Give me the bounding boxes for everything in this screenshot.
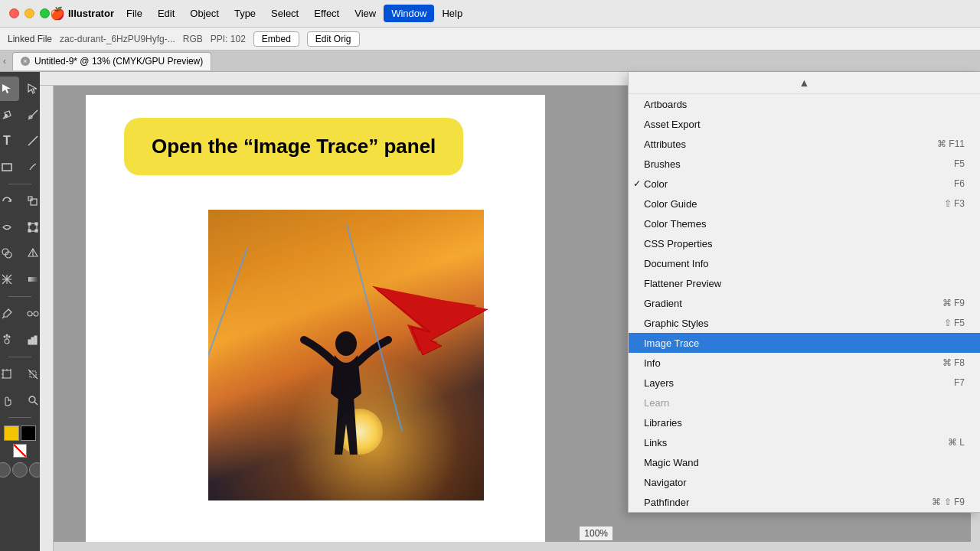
svg-rect-30 <box>3 370 11 378</box>
swatch-mode-row <box>13 444 27 458</box>
stroke-color-swatch[interactable] <box>21 425 36 441</box>
tool-separator-4 <box>8 417 31 418</box>
menu-item-label: Attributes <box>644 139 686 150</box>
svg-line-2 <box>28 136 38 145</box>
menu-file[interactable]: File <box>119 5 150 22</box>
menu-item-libraries[interactable]: Libraries <box>629 412 980 432</box>
check-icon: ✓ <box>633 178 641 189</box>
menu-view[interactable]: View <box>347 5 384 22</box>
close-button[interactable] <box>9 8 19 18</box>
menu-item-color-themes[interactable]: Color Themes <box>629 214 980 233</box>
menu-item-label: Flattener Preview <box>644 278 721 289</box>
menu-item-artboards[interactable]: Artboards <box>629 94 980 114</box>
menu-item-label: Artboards <box>644 99 687 110</box>
menu-item-color-guide[interactable]: Color Guide ⇧ F3 <box>629 194 980 214</box>
fullscreen-button[interactable] <box>40 8 50 18</box>
scroll-up-icon: ▲ <box>799 77 810 89</box>
menu-item-document-info[interactable]: Document Info <box>629 253 980 273</box>
menu-item-css-properties[interactable]: CSS Properties <box>629 233 980 253</box>
tool-separator-2 <box>8 296 31 297</box>
menu-item-label: Learn <box>644 397 669 409</box>
menu-item-label: Document Info <box>644 258 709 269</box>
color-swatch-row <box>4 425 36 441</box>
normal-view-icon[interactable] <box>0 462 11 478</box>
svg-rect-28 <box>31 337 34 344</box>
menu-item-shortcut: F5 <box>954 158 965 169</box>
document-tab[interactable]: × Untitled-9* @ 13% (CMYK/GPU Preview) <box>12 52 211 70</box>
menu-edit[interactable]: Edit <box>150 5 182 22</box>
window-menu-list: Artboards Asset Export Attributes ⌘ F11 … <box>629 94 980 512</box>
svg-point-41 <box>335 331 357 356</box>
menu-item-shortcut: F7 <box>954 377 965 388</box>
warp-tool[interactable] <box>0 215 19 240</box>
menu-item-label: Magic Wand <box>644 457 699 468</box>
symbol-sprayer-tool[interactable] <box>0 328 19 352</box>
artboard-tool[interactable] <box>0 362 19 386</box>
menu-item-brushes[interactable]: Brushes F5 <box>629 154 980 174</box>
swap-colors-icon[interactable] <box>13 444 27 458</box>
selection-tool[interactable] <box>0 77 19 101</box>
menu-object[interactable]: Object <box>182 5 227 22</box>
svg-point-25 <box>8 336 10 337</box>
artboard-tool-row <box>0 362 45 386</box>
menu-item-layers[interactable]: Layers F7 <box>629 373 980 393</box>
menu-item-label: Links <box>644 437 667 448</box>
menu-item-shortcut: ⇧ F3 <box>944 198 965 209</box>
instruction-text: Open the “Image Trace” panel <box>152 135 436 158</box>
menu-item-attributes[interactable]: Attributes ⌘ F11 <box>629 134 980 154</box>
fill-color-swatch[interactable] <box>4 425 19 441</box>
menu-select[interactable]: Select <box>263 5 306 22</box>
svg-rect-29 <box>34 336 37 344</box>
menu-item-shortcut: ⌘ F8 <box>942 357 965 368</box>
main-area: T <box>0 72 980 551</box>
eyedropper-tool[interactable] <box>0 302 19 326</box>
text-tool[interactable]: T <box>0 129 19 153</box>
menu-item-label: Color Guide <box>644 198 697 210</box>
horizontal-scrollbar[interactable] <box>54 542 980 551</box>
eyedropper-tool-row <box>0 302 45 326</box>
menu-help[interactable]: Help <box>434 5 470 22</box>
menu-item-magic-wand[interactable]: Magic Wand <box>629 452 980 472</box>
menu-item-color[interactable]: ✓ Color F6 <box>629 174 980 194</box>
svg-point-0 <box>5 115 8 117</box>
menu-effect[interactable]: Effect <box>306 5 347 22</box>
menu-item-navigator[interactable]: Navigator <box>629 472 980 492</box>
menu-item-gradient[interactable]: Gradient ⌘ F9 <box>629 293 980 313</box>
menu-scroll-up[interactable]: ▲ <box>629 72 980 94</box>
edit-original-button[interactable]: Edit Orig <box>307 31 360 47</box>
menu-item-info[interactable]: Info ⌘ F8 <box>629 353 980 373</box>
hand-tool[interactable] <box>0 388 19 412</box>
pen-tool[interactable] <box>0 103 19 127</box>
svg-rect-8 <box>35 223 38 225</box>
rectangle-tool[interactable] <box>0 155 19 179</box>
rotate-tool[interactable] <box>0 189 19 214</box>
menu-item-flattener-preview[interactable]: Flattener Preview <box>629 273 980 293</box>
symbol-tool-row <box>0 328 45 352</box>
pen-tool-row <box>0 103 45 127</box>
shape-builder-tool[interactable] <box>0 241 19 266</box>
menu-item-pathfinder[interactable]: Pathfinder ⌘ ⇧ F9 <box>629 492 980 512</box>
menu-item-shortcut: ⌘ ⇧ F9 <box>932 497 965 507</box>
outline-view-icon[interactable] <box>12 462 28 478</box>
menu-bar: 🍎 Illustrator File Edit Object Type Sele… <box>50 5 971 22</box>
ruler-side <box>40 86 54 551</box>
menu-item-asset-export[interactable]: Asset Export <box>629 114 980 134</box>
menu-item-learn: Learn <box>629 393 980 412</box>
minimize-button[interactable] <box>24 8 34 18</box>
toolbar: Linked File zac-durant-_6HzPU9Hyfg-... R… <box>0 28 980 51</box>
apple-menu[interactable]: 🍎 <box>50 6 65 21</box>
svg-rect-7 <box>28 223 31 225</box>
hand-zoom-row <box>0 388 45 412</box>
tool-separator-1 <box>8 184 31 184</box>
tab-close-icon[interactable]: × <box>21 57 30 66</box>
menu-item-graphic-styles[interactable]: Graphic Styles ⇧ F5 <box>629 313 980 333</box>
menu-item-label: Pathfinder <box>644 497 689 508</box>
collapse-arrow-icon[interactable]: ‹ <box>3 56 6 67</box>
menu-item-links[interactable]: Links ⌘ L <box>629 432 980 452</box>
mesh-tool[interactable] <box>0 267 19 292</box>
menu-item-shortcut: ⌘ F11 <box>937 139 965 149</box>
embed-button[interactable]: Embed <box>253 31 299 47</box>
menu-window[interactable]: Window <box>384 5 434 22</box>
menu-type[interactable]: Type <box>227 5 263 22</box>
menu-item-image-trace[interactable]: Image Trace <box>629 333 980 353</box>
